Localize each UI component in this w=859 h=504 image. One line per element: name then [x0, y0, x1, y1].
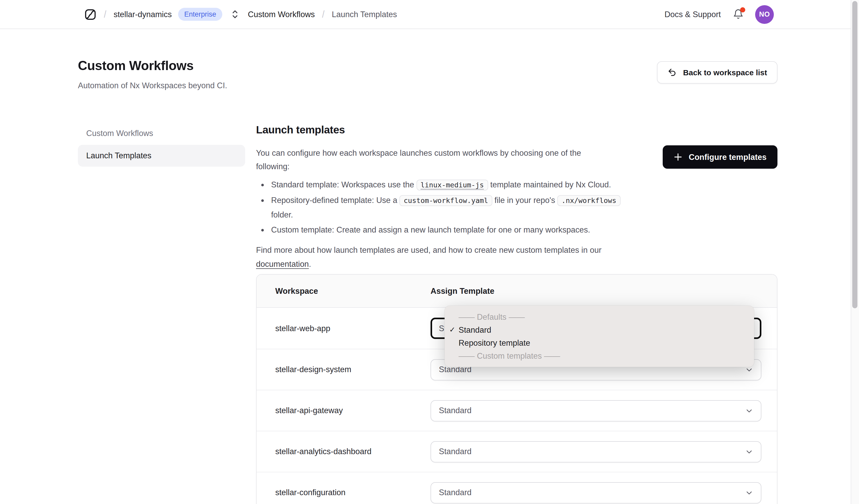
table-row: stellar-configurationStandard: [257, 472, 777, 504]
breadcrumb: / stellar-dynamics Enterprise Custom Wor…: [84, 8, 397, 21]
breadcrumb-separator: /: [322, 8, 324, 20]
user-avatar[interactable]: NO: [755, 5, 774, 24]
code-custom-workflow-yaml: custom-workflow.yaml: [400, 195, 492, 206]
selected-template-label: Standard: [439, 447, 471, 456]
template-options-list: Standard template: Workspaces use the li…: [256, 178, 630, 237]
check-icon: ✓: [449, 323, 455, 336]
breadcrumb-separator: /: [104, 8, 106, 20]
scrollbar-thumb[interactable]: [852, 1, 857, 308]
breadcrumb-org[interactable]: stellar-dynamics: [114, 10, 172, 19]
dropdown-group-defaults: —— Defaults ——: [444, 310, 754, 323]
dropdown-option-repository-template[interactable]: Repository template: [444, 336, 754, 349]
table-header-row: Workspace Assign Template: [257, 275, 777, 308]
chevron-down-icon: [745, 448, 753, 456]
code-linux-medium-js: linux-medium-js: [416, 180, 488, 190]
return-arrow-icon: [668, 67, 678, 77]
find-more-text: Find more about how launch templates are…: [256, 243, 609, 271]
page-scrollbar[interactable]: [851, 0, 859, 504]
back-button-label: Back to workspace list: [683, 68, 767, 77]
breadcrumb-section[interactable]: Custom Workflows: [248, 10, 315, 19]
assign-template-cell: Standard: [431, 441, 777, 462]
workspace-name: stellar-analytics-dashboard: [257, 447, 431, 456]
table-row: stellar-api-gatewayStandard: [257, 390, 777, 431]
docs-support-link[interactable]: Docs & Support: [664, 10, 721, 19]
notifications-bell-icon[interactable]: [732, 9, 744, 20]
enterprise-badge: Enterprise: [178, 8, 222, 21]
template-select[interactable]: Standard: [431, 400, 762, 421]
workspace-name: stellar-api-gateway: [257, 406, 431, 415]
page-header: Custom Workflows Automation of Nx Worksp…: [78, 58, 778, 90]
plus-icon: [674, 153, 682, 162]
selected-template-label: Standard: [439, 488, 471, 497]
sidebar-item-custom-workflows[interactable]: Custom Workflows: [78, 124, 245, 143]
configure-templates-button[interactable]: Configure templates: [663, 145, 778, 169]
code-nx-workflows: .nx/workflows: [557, 195, 620, 206]
documentation-link[interactable]: documentation: [256, 260, 309, 268]
top-bar: / stellar-dynamics Enterprise Custom Wor…: [0, 0, 859, 29]
list-item: Standard template: Workspaces use the li…: [270, 178, 630, 192]
workspace-switcher-icon[interactable]: [232, 10, 239, 19]
workspace-name: stellar-configuration: [257, 488, 431, 497]
header-actions: Docs & Support NO: [664, 5, 774, 24]
template-select[interactable]: Standard: [431, 441, 762, 462]
workspace-name: stellar-design-system: [257, 365, 431, 374]
assign-template-cell: Standard: [431, 400, 777, 421]
dropdown-group-custom-templates: —— Custom templates ——: [444, 349, 754, 362]
settings-sidebar: Custom Workflows Launch Templates: [78, 124, 245, 168]
breadcrumb-page[interactable]: Launch Templates: [332, 10, 397, 19]
template-select[interactable]: Standard: [431, 482, 762, 503]
template-dropdown-menu: —— Defaults ——✓StandardRepository templa…: [444, 306, 754, 367]
section-intro: You can configure how each workspace lau…: [256, 147, 588, 173]
list-item: Repository-defined template: Use a custo…: [270, 193, 630, 222]
configure-button-label: Configure templates: [689, 152, 767, 162]
notification-dot: [740, 7, 745, 12]
chevron-down-icon: [745, 489, 753, 497]
nx-cloud-logo-icon[interactable]: [84, 8, 96, 20]
column-header-workspace: Workspace: [257, 286, 431, 295]
back-to-workspace-list-button[interactable]: Back to workspace list: [657, 61, 778, 83]
dropdown-option-standard[interactable]: ✓Standard: [444, 323, 754, 336]
section-heading: Launch templates: [256, 124, 778, 136]
app-root: / stellar-dynamics Enterprise Custom Wor…: [0, 0, 859, 504]
main-content: Custom Workflows Automation of Nx Worksp…: [0, 58, 859, 504]
list-item: Custom template: Create and assign a new…: [270, 223, 630, 237]
chevron-down-icon: [745, 407, 753, 414]
assign-template-cell: Standard: [431, 482, 777, 503]
workspace-name: stellar-web-app: [257, 324, 431, 333]
selected-template-label: Standard: [439, 406, 471, 415]
sidebar-item-launch-templates[interactable]: Launch Templates: [78, 145, 245, 167]
table-row: stellar-analytics-dashboardStandard: [257, 431, 777, 472]
column-header-assign-template: Assign Template: [431, 286, 494, 295]
